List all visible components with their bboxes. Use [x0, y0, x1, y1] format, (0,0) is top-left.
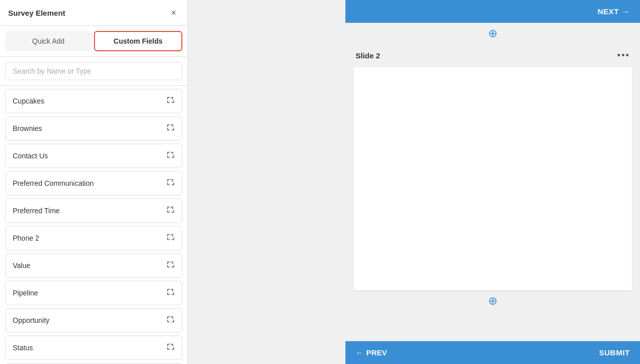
expand-icon-contact-us	[166, 150, 175, 161]
field-item-opportunity[interactable]: Opportunity	[5, 308, 182, 333]
field-name-contact-us: Contact Us	[13, 152, 48, 160]
expand-icon-pipeline	[166, 287, 175, 299]
tab-bar: Quick Add Custom Fields	[0, 26, 187, 57]
next-label: NEXT	[597, 7, 619, 16]
field-name-brownies: Brownies	[13, 124, 42, 133]
field-item-preferred-communication[interactable]: Preferred Communication	[5, 171, 182, 195]
nav-bar-bottom: ← PREV SUBMIT	[345, 341, 640, 364]
slide-title: Slide 2	[356, 51, 380, 60]
plus-circle-icon-bottom: ⊕	[488, 294, 497, 308]
field-item-status[interactable]: Status	[5, 336, 182, 360]
panel-title: Survey Element	[8, 9, 66, 17]
tab-custom-fields[interactable]: Custom Fields	[94, 31, 183, 51]
submit-button[interactable]: SUBMIT	[599, 348, 630, 357]
next-arrow-icon: →	[622, 7, 630, 16]
prev-label: PREV	[366, 348, 387, 357]
add-slide-above-button[interactable]: ⊕	[345, 23, 640, 44]
field-name-pipeline: Pipeline	[13, 289, 38, 297]
search-input[interactable]	[5, 62, 182, 80]
left-panel: Survey Element × Quick Add Custom Fields…	[0, 0, 188, 364]
field-item-preferred-time[interactable]: Preferred Time	[5, 198, 182, 223]
add-slide-below-button[interactable]: ⊕	[345, 290, 640, 312]
expand-icon-preferred-time	[166, 205, 175, 216]
expand-icon-cupcakes	[166, 95, 175, 107]
field-item-brownies[interactable]: Brownies	[5, 116, 182, 141]
field-name-opportunity: Opportunity	[13, 316, 49, 324]
right-panel: NEXT → ⊕ Slide 2 ••• ⊕ ← PREV SUBMIT	[345, 0, 640, 364]
field-item-pipeline[interactable]: Pipeline	[5, 281, 182, 305]
expand-icon-brownies	[166, 123, 175, 134]
next-button[interactable]: NEXT →	[597, 7, 630, 16]
field-name-preferred-communication: Preferred Communication	[13, 179, 94, 187]
slide-header: Slide 2 •••	[345, 44, 640, 67]
slide-menu-button[interactable]: •••	[617, 50, 630, 61]
expand-icon-value	[166, 260, 175, 271]
slide-canvas	[354, 67, 632, 290]
field-item-cupcakes[interactable]: Cupcakes	[5, 89, 182, 113]
prev-button[interactable]: ← PREV	[356, 348, 387, 357]
prev-arrow-icon: ←	[356, 348, 363, 357]
field-name-preferred-time: Preferred Time	[13, 207, 60, 215]
expand-icon-opportunity	[166, 315, 175, 326]
slide-block: Slide 2 •••	[345, 44, 640, 290]
field-name-value: Value	[13, 261, 30, 270]
field-item-contact-us[interactable]: Contact Us	[5, 144, 182, 168]
tab-quick-add[interactable]: Quick Add	[5, 31, 92, 51]
panel-header: Survey Element ×	[0, 0, 187, 26]
nav-bar-top: NEXT →	[345, 0, 640, 23]
field-name-status: Status	[13, 344, 33, 352]
expand-icon-preferred-communication	[166, 178, 175, 189]
search-container	[0, 57, 187, 86]
field-name-cupcakes: Cupcakes	[13, 97, 44, 105]
field-name-phone-2: Phone 2	[13, 234, 39, 242]
center-gap	[188, 0, 345, 364]
field-list: Cupcakes Brownies Contact Us Preferred C…	[0, 86, 187, 364]
close-button[interactable]: ×	[168, 7, 179, 18]
expand-icon-phone-2	[166, 233, 175, 244]
expand-icon-status	[166, 342, 175, 353]
field-item-value[interactable]: Value	[5, 253, 182, 278]
field-item-phone-2[interactable]: Phone 2	[5, 226, 182, 250]
plus-circle-icon: ⊕	[488, 27, 497, 40]
